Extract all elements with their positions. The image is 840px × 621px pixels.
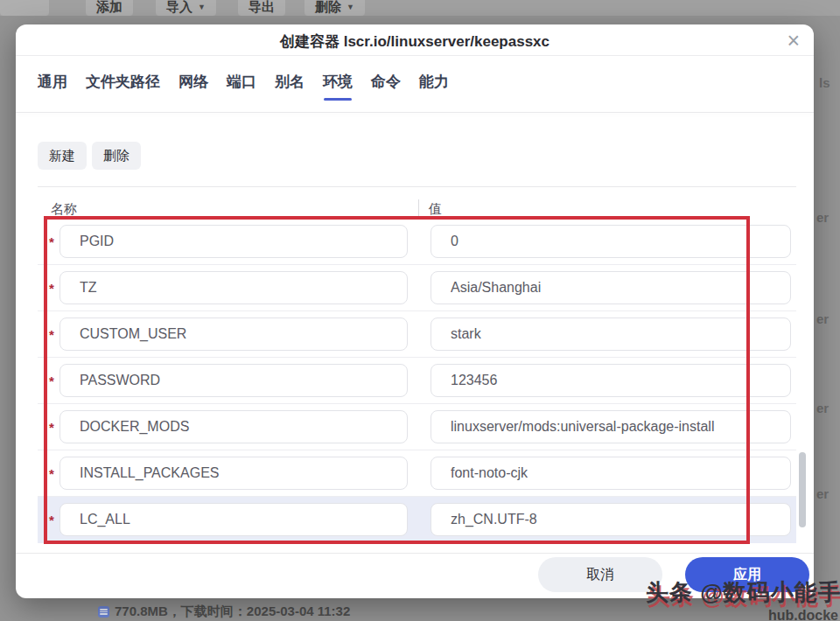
env-value-input[interactable] [430,410,791,443]
env-name-input[interactable] [60,364,408,397]
watermark: 头条 @数码小能手 [646,577,840,608]
background-text-fragment: er [816,401,829,415]
env-name-input[interactable] [60,225,408,258]
table-scrollbar-thumb[interactable] [799,452,806,527]
required-marker: * [49,234,54,249]
background-text-fragment: er [816,486,829,501]
env-value-input[interactable] [430,271,791,304]
env-value-input[interactable] [430,503,791,536]
import-label: 导入 [166,0,192,14]
image-size-and-date: 770.8MB，下载时间：2025-03-04 11:32 [115,604,350,620]
export-label: 导出 [248,0,275,14]
background-toolbar: 添加 导入 ▼ 导出 删除 ▼ [0,0,840,16]
background-text-fragment: er [816,311,829,326]
background-delete-button[interactable]: 删除 ▼ [304,0,365,16]
env-row-lc-all[interactable]: * [38,497,796,543]
add-label: 添加 [96,0,122,14]
required-marker: * [49,373,54,388]
delete-label: 删除 [315,0,341,14]
screen: 添加 导入 ▼ 导出 删除 ▼ ls er er er er 770.8MB，下… [0,0,840,621]
create-container-dialog: 创建容器 lscr.io/linuxserver/keepassxc × 通用 … [16,24,814,598]
env-value-input[interactable] [430,317,791,351]
env-row-pgid[interactable]: * [38,219,796,265]
env-row-tz[interactable]: * [38,265,796,311]
env-row-install-packages[interactable]: * [38,450,796,497]
required-marker: * [49,281,54,296]
required-marker: * [49,466,54,481]
background-import-button[interactable]: 导入 ▼ [156,0,216,16]
env-name-input[interactable] [60,271,408,304]
chevron-down-icon: ▼ [198,0,206,14]
cancel-button[interactable]: 取消 [538,557,662,592]
background-image-status: 770.8MB，下载时间：2025-03-04 11:32 [98,604,350,620]
env-name-input[interactable] [60,503,408,536]
env-row-custom-user[interactable]: * [38,311,796,358]
env-row-password[interactable]: * [38,358,796,404]
env-name-input[interactable] [60,317,408,351]
required-marker: * [49,420,54,435]
env-value-input[interactable] [430,364,791,397]
background-hub-link-fragment: hub.docke [768,608,838,621]
background-add-button[interactable]: 添加 [86,0,133,16]
env-variable-table: * * * * * [16,24,814,598]
env-row-docker-mods[interactable]: * [38,404,796,450]
background-export-button[interactable]: 导出 [238,0,285,16]
required-marker: * [49,513,54,527]
background-partial-button[interactable] [0,0,49,16]
background-text-fragment: ls [819,75,830,90]
chevron-down-icon: ▼ [346,0,354,14]
required-marker: * [49,327,54,342]
background-text-fragment: er [816,210,829,225]
layers-icon [98,606,109,618]
env-value-input[interactable] [430,225,791,258]
footer-divider [16,553,814,554]
env-value-input[interactable] [430,457,791,490]
env-name-input[interactable] [60,410,408,443]
env-name-input[interactable] [60,457,408,490]
